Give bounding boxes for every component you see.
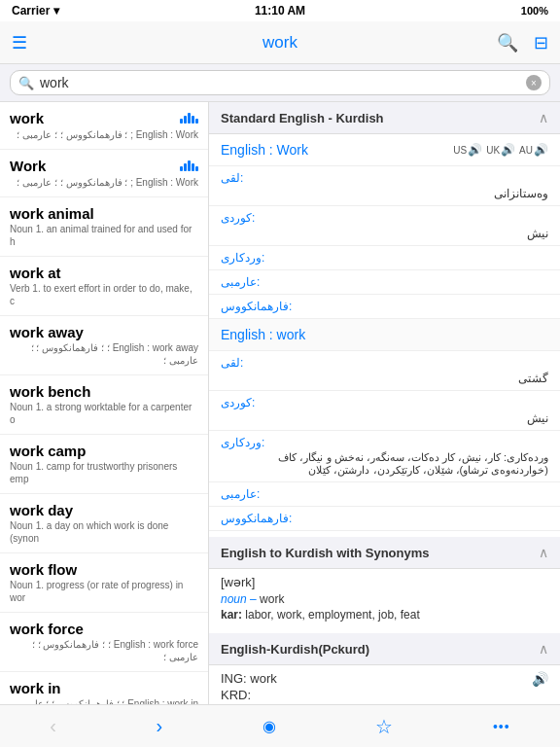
item-title: work camp: [10, 443, 198, 459]
nav-right: 🔍 ⊟: [497, 32, 548, 53]
section2-title: English to Kurdish with Synonyms: [221, 546, 430, 560]
main-content: work English : Work ; ؛ فارهمانکووس ؛ ؛ …: [0, 102, 560, 704]
list-item[interactable]: work away English : work away ؛ ؛ فارهما…: [0, 316, 208, 375]
section2-header: English to Kurdish with Synonyms ∧: [209, 537, 560, 569]
battery-label: 100%: [521, 5, 548, 17]
nav-bar: ☰ work 🔍 ⊟: [0, 21, 560, 64]
item-title: work force: [10, 621, 198, 637]
item-title: work animal: [10, 205, 198, 222]
item-title: work flow: [10, 561, 198, 578]
pckurd-audio-icon[interactable]: 🔊: [532, 671, 548, 687]
def-val: گشتی: [221, 372, 548, 385]
item-sub: Noun 1. progress (or rate of progress) i…: [10, 579, 198, 604]
list-item[interactable]: work at Verb 1. to exert effort in order…: [0, 257, 208, 316]
syn-phonetic: [wərk]: [221, 575, 548, 589]
star-button[interactable]: ☆: [375, 715, 393, 738]
section3-collapse[interactable]: ∧: [539, 641, 548, 657]
list-item[interactable]: work in English : work in ؛ ؛ فارهمانکوو…: [0, 672, 208, 704]
item-sub: English : work away ؛ ؛ فارهمانکووس ؛ ؛ …: [10, 341, 198, 367]
nav-left: ☰: [12, 32, 27, 53]
item-title: Work: [10, 158, 46, 174]
def-row-lqi1: لقی: وەستانزانی: [209, 166, 560, 206]
search-inline-icon: 🔍: [18, 76, 34, 90]
menu-icon[interactable]: ☰: [12, 32, 27, 53]
def-key: لقی:: [221, 171, 548, 185]
pckurd-ing: ING: work: [221, 671, 548, 686]
list-item[interactable]: work English : Work ; ؛ فارهمانکووس ؛ ؛ …: [0, 102, 208, 150]
def-row-wrd2: ورد‌کاری: ورده‌کاری: کار، نیش، کار دەکات…: [209, 431, 560, 482]
audio-bars-icon2[interactable]: [180, 158, 198, 175]
def-key: فارهمانکووس:: [221, 512, 548, 525]
item-sub: English : work in ؛ ؛ فارهمانکووس ؛ ؛ عا…: [10, 697, 198, 704]
status-right: 100%: [521, 5, 548, 17]
search-input-wrap: 🔍 ×: [10, 70, 550, 95]
syn-kar: kar: labor, work, employment, job, feat: [221, 608, 548, 622]
us-audio[interactable]: US🔊: [453, 143, 482, 157]
search-clear-button[interactable]: ×: [526, 75, 542, 90]
item-sub: English : work force ؛ ؛ فارهمانکووس ؛ ؛…: [10, 638, 198, 663]
section1-title: Standard English - Kurdish: [221, 111, 384, 125]
wifi-icon: ▾: [53, 4, 59, 18]
section1-header: Standard English - Kurdish ∧: [209, 102, 560, 134]
search-nav-icon[interactable]: 🔍: [497, 32, 518, 53]
def-row-kurdi2: کوردی: نیش: [209, 391, 560, 431]
right-panel: Standard English - Kurdish ∧ English : W…: [209, 102, 560, 704]
section1-collapse[interactable]: ∧: [539, 110, 548, 125]
more-button[interactable]: •••: [493, 719, 510, 734]
def-key: کوردی:: [221, 396, 548, 409]
item-title: work bench: [10, 383, 198, 400]
english-entry-work: English : Work US🔊 UK🔊 AU🔊: [209, 134, 560, 166]
def-val: وەستانزانی: [221, 187, 548, 200]
list-item[interactable]: work animal Noun 1. an animal trained fo…: [0, 197, 208, 257]
def-val: نیش: [221, 411, 548, 425]
bottom-toolbar: ‹ › ◉ ☆ •••: [0, 704, 560, 747]
audio-bars-icon[interactable]: [180, 110, 198, 127]
list-item[interactable]: work bench Noun 1. a strong worktable fo…: [0, 375, 208, 435]
speaker-button[interactable]: ◉: [262, 717, 276, 735]
book-nav-icon[interactable]: ⊟: [534, 32, 548, 53]
item-sub: English : Work ; ؛ فارهمانکووس ؛ ؛ عارمب…: [10, 128, 198, 141]
carrier-label: Carrier: [12, 4, 50, 18]
item-sub: Noun 1. an animal trained for and used f…: [10, 223, 198, 248]
def-val: ورده‌کاری: کار، نیش، کار دەکات، سەنگەر، …: [221, 451, 548, 477]
list-item[interactable]: work camp Noun 1. camp for trustworthy p…: [0, 435, 208, 494]
list-item[interactable]: work force English : work force ؛ ؛ فاره…: [0, 613, 208, 672]
forward-button[interactable]: ›: [157, 715, 163, 737]
list-item[interactable]: Work English : Work ; ؛ فارهمانکووس ؛ ؛ …: [0, 150, 208, 197]
back-button[interactable]: ‹: [50, 715, 56, 737]
def-key: عارمبی:: [221, 275, 548, 289]
def-key: لقی:: [221, 356, 548, 370]
item-sub: English : Work ; ؛ فارهمانکووس ؛ ؛ عارمب…: [10, 176, 198, 189]
english-entry-label2: English : work: [221, 327, 305, 342]
status-time: 11:10 AM: [255, 4, 305, 18]
item-title: work: [10, 110, 44, 126]
def-val: نیش: [221, 227, 548, 240]
item-sub: Noun 1. a strong worktable for a carpent…: [10, 401, 198, 426]
item-sub: Verb 1. to exert effort in order to do, …: [10, 282, 198, 307]
search-input[interactable]: [40, 75, 520, 90]
section2-collapse[interactable]: ∧: [539, 545, 548, 560]
status-left: Carrier ▾: [12, 4, 59, 18]
def-row-arabi1: عارمبی:: [209, 270, 560, 295]
section3-header: English-Kurdish(Pckurd) ∧: [209, 633, 560, 665]
list-item[interactable]: work flow Noun 1. progress (or rate of p…: [0, 553, 208, 613]
def-key: ورد‌کاری:: [221, 436, 548, 449]
item-title: work in: [10, 680, 198, 696]
item-title: work at: [10, 265, 198, 281]
def-key: کوردی:: [221, 211, 548, 225]
uk-audio[interactable]: UK🔊: [486, 143, 515, 157]
item-sub: Noun 1. camp for trustworthy prisoners e…: [10, 460, 198, 485]
syn-pos: noun – work: [221, 592, 548, 606]
pckurd-krd: KRD:: [221, 688, 548, 702]
nav-title: work: [262, 33, 298, 53]
au-audio[interactable]: AU🔊: [519, 143, 548, 157]
def-key: ورد‌کاری:: [221, 251, 548, 265]
synonyms-block: [wərk] noun – work kar: labor, work, emp…: [209, 569, 560, 627]
search-bar: 🔍 ×: [0, 64, 560, 102]
def-row-wrd1: ورد‌کاری:: [209, 246, 560, 270]
item-sub: Noun 1. a day on which work is done (syn…: [10, 519, 198, 545]
def-row-far1: فارهمانکووس:: [209, 295, 560, 319]
left-panel: work English : Work ; ؛ فارهمانکووس ؛ ؛ …: [0, 102, 209, 704]
list-item[interactable]: work day Noun 1. a day on which work is …: [0, 494, 208, 553]
def-row-arabi2: عارمبی:: [209, 482, 560, 507]
